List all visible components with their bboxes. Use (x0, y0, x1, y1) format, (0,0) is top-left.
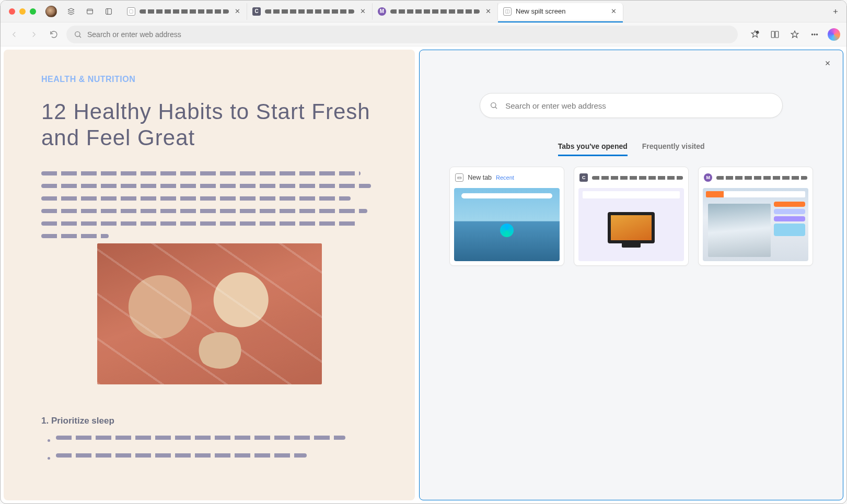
tab-title: New spilt screen (516, 7, 565, 15)
address-bar-placeholder: Search or enter web address (87, 30, 181, 39)
article-body-placeholder (41, 171, 377, 238)
site-c-favicon-icon: C (252, 7, 261, 16)
maximize-window-button[interactable] (30, 8, 36, 15)
close-window-button[interactable] (9, 8, 15, 15)
split-tabs-nav: Tabs you've opened Frequently visited (558, 142, 705, 156)
svg-rect-7 (771, 31, 774, 38)
tab-close-button[interactable]: ✕ (484, 7, 492, 16)
thumb-header: M (699, 167, 813, 188)
tab-strip: ✕ C ✕ M ✕ New spilt screen ✕ (122, 1, 823, 22)
site-m-favicon-icon: M (704, 173, 712, 182)
thumb-preview (454, 188, 560, 261)
split-search-input[interactable] (504, 101, 773, 111)
svg-point-6 (756, 31, 759, 33)
page-favicon-icon: ▭ (455, 173, 463, 182)
address-bar[interactable]: Search or enter web address (66, 26, 738, 43)
new-tab-button[interactable] (829, 5, 842, 18)
svg-point-5 (75, 31, 80, 36)
tab-title-placeholder (140, 9, 229, 14)
split-search-bar[interactable] (480, 93, 783, 118)
toolbar-right (748, 28, 840, 41)
thumb-card-site-m[interactable]: M (698, 167, 813, 266)
browser-window: ✕ C ✕ M ✕ New spilt screen ✕ (0, 0, 847, 504)
svg-rect-0 (87, 9, 93, 14)
svg-point-11 (816, 33, 817, 34)
svg-point-10 (814, 33, 815, 34)
svg-rect-2 (130, 9, 133, 13)
thumb-card-site-c[interactable]: C (574, 167, 689, 266)
article-title: 12 Healthy Habits to Start Fresh and Fee… (41, 99, 377, 150)
minimize-window-button[interactable] (19, 8, 26, 15)
site-m-favicon-icon: M (378, 7, 386, 16)
article-category: HEALTH & NUTRITION (41, 75, 377, 84)
vertical-tabs-icon[interactable] (103, 6, 114, 17)
thumbnail-row: ▭ New tab Recent C (443, 167, 820, 266)
svg-point-9 (811, 33, 813, 34)
split-screen-favicon-icon (503, 7, 512, 16)
close-split-button[interactable] (822, 57, 833, 69)
browser-tab[interactable]: M ✕ (373, 3, 498, 20)
tab-close-button[interactable]: ✕ (358, 7, 367, 16)
page-favicon-icon (127, 7, 135, 16)
tab-opened[interactable]: Tabs you've opened (558, 142, 628, 156)
forward-button[interactable] (27, 27, 41, 42)
search-icon (74, 30, 82, 39)
search-icon (490, 101, 498, 110)
article-subheading: 1. Prioritize sleep (41, 416, 377, 426)
more-icon[interactable] (808, 28, 821, 41)
thumb-title-placeholder (716, 176, 807, 180)
tab-actions-icon[interactable] (84, 6, 96, 17)
svg-rect-1 (106, 8, 112, 14)
svg-rect-8 (775, 31, 779, 38)
tab-title-placeholder (390, 9, 480, 14)
browser-tab-active[interactable]: New spilt screen ✕ (498, 3, 623, 20)
article-hero-image (97, 243, 322, 384)
tab-frequent[interactable]: Frequently visited (642, 142, 705, 156)
tab-close-button[interactable]: ✕ (609, 7, 618, 16)
site-c-favicon-icon: C (579, 173, 588, 182)
tab-close-button[interactable]: ✕ (233, 7, 241, 16)
thumb-header: ▭ New tab Recent (450, 167, 564, 188)
recent-badge: Recent (496, 174, 514, 181)
titlebar: ✕ C ✕ M ✕ New spilt screen ✕ (1, 1, 846, 22)
thumb-preview (578, 188, 684, 261)
workspaces-icon[interactable] (65, 6, 77, 17)
thumb-card-newtab[interactable]: ▭ New tab Recent (449, 167, 564, 266)
left-pane-article[interactable]: HEALTH & NUTRITION 12 Healthy Habits to … (4, 50, 415, 500)
profile-avatar[interactable] (45, 6, 57, 17)
content-area: HEALTH & NUTRITION 12 Healthy Habits to … (1, 46, 846, 503)
browser-tab[interactable]: ✕ (122, 3, 247, 20)
refresh-button[interactable] (47, 27, 61, 42)
right-pane-new-split: Tabs you've opened Frequently visited ▭ … (419, 50, 843, 500)
thumb-title: New tab (468, 174, 492, 181)
article-bullets (41, 436, 377, 463)
svg-point-12 (491, 103, 496, 108)
thumb-title-placeholder (592, 176, 683, 180)
window-controls (9, 8, 36, 15)
tab-title-placeholder (265, 9, 354, 14)
thumb-header: C (574, 167, 688, 188)
browser-tab[interactable]: C ✕ (247, 3, 373, 20)
copilot-icon[interactable] (828, 28, 840, 41)
split-screen-icon[interactable] (768, 28, 782, 41)
shopping-icon[interactable] (748, 28, 762, 41)
favorites-icon[interactable] (788, 28, 802, 41)
back-button[interactable] (7, 27, 21, 42)
toolbar: Search or enter web address (1, 22, 846, 46)
thumb-preview (703, 188, 808, 261)
